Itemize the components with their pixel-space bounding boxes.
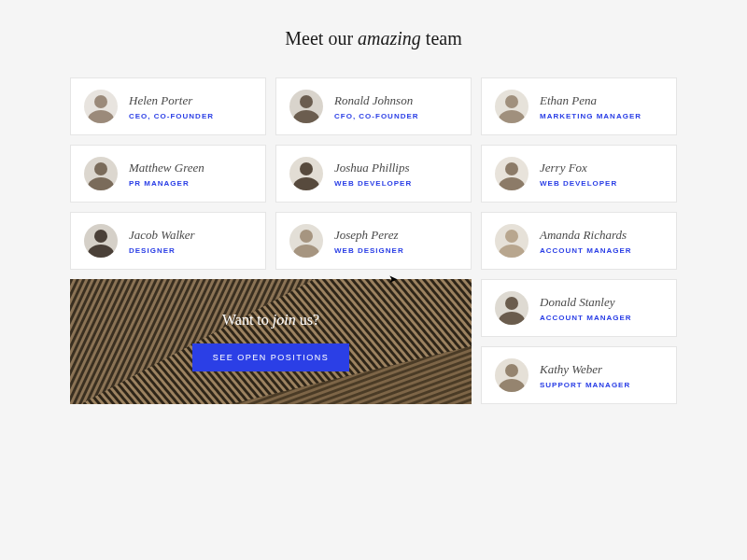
member-info: Ethan Pena MARKETING MANAGER [540,93,641,120]
avatar [84,90,118,123]
team-card[interactable]: Amanda Richards ACCOUNT MANAGER [481,212,677,270]
page-title: Meet our amazing team [70,28,677,49]
member-info: Donald Stanley ACCOUNT MANAGER [540,295,632,322]
member-info: Joshua Phillips WEB DEVELOPER [334,161,412,188]
team-card[interactable]: Joseph Perez WEB DESIGNER [275,212,472,270]
member-name: Donald Stanley [540,295,632,310]
avatar [495,358,529,392]
avatar [495,90,529,123]
member-name: Jerry Fox [540,161,617,175]
member-info: Helen Porter CEO, CO-FOUNDER [129,93,214,120]
see-open-positions-button[interactable]: SEE OPEN POSITIONS [192,343,350,371]
team-card[interactable]: Ethan Pena MARKETING MANAGER [481,77,677,135]
team-card[interactable]: Jacob Walker DESIGNER [70,212,266,270]
member-name: Matthew Green [129,161,204,175]
team-card[interactable]: Kathy Weber SUPPORT MANAGER [481,346,677,404]
avatar [289,90,323,123]
team-card[interactable]: Helen Porter CEO, CO-FOUNDER [70,77,266,135]
avatar [289,157,323,190]
member-name: Kathy Weber [540,362,630,377]
avatar [495,157,529,190]
title-suffix: team [421,28,462,49]
team-card[interactable]: Matthew Green PR MANAGER [70,145,266,203]
team-card[interactable]: Joshua Phillips WEB DEVELOPER [275,145,472,203]
title-prefix: Meet our [285,28,358,49]
avatar [289,224,323,258]
member-info: Ronald Johnson CFO, CO-FOUNDER [334,93,419,120]
member-info: Jacob Walker DESIGNER [129,228,195,255]
team-grid: Helen Porter CEO, CO-FOUNDER Ronald John… [70,77,677,404]
member-role: ACCOUNT MANAGER [540,314,632,322]
join-us-cta: Want to join us? SEE OPEN POSITIONS [70,279,472,404]
avatar [495,291,529,325]
team-card[interactable]: Jerry Fox WEB DEVELOPER [481,145,677,203]
avatar [495,224,529,258]
cta-background-pattern [70,279,472,404]
member-info: Matthew Green PR MANAGER [129,161,204,188]
cta-heading: Want to join us? [222,312,319,329]
member-name: Ronald Johnson [334,93,419,108]
member-name: Joshua Phillips [334,161,412,175]
member-info: Joseph Perez WEB DESIGNER [334,228,404,255]
member-role: CEO, CO-FOUNDER [129,112,214,120]
team-card[interactable]: Ronald Johnson CFO, CO-FOUNDER [275,77,472,135]
cta-suffix: us? [296,312,319,328]
member-name: Jacob Walker [129,228,195,243]
member-name: Ethan Pena [540,93,641,108]
avatar [84,157,118,190]
member-role: ACCOUNT MANAGER [540,246,632,255]
member-role: MARKETING MANAGER [540,112,641,120]
member-name: Helen Porter [129,93,214,108]
title-emphasis: amazing [358,28,421,49]
team-card[interactable]: Donald Stanley ACCOUNT MANAGER [481,279,677,337]
member-info: Kathy Weber SUPPORT MANAGER [540,362,630,389]
member-role: WEB DESIGNER [334,246,404,255]
cta-em: join [273,312,296,328]
member-role: WEB DEVELOPER [540,179,617,188]
cta-prefix: Want to [222,312,273,328]
member-role: PR MANAGER [129,179,204,188]
member-name: Amanda Richards [540,228,632,243]
member-role: DESIGNER [129,246,195,255]
avatar [84,224,118,258]
member-role: CFO, CO-FOUNDER [334,112,419,120]
member-role: WEB DEVELOPER [334,179,412,188]
member-info: Amanda Richards ACCOUNT MANAGER [540,228,632,255]
member-role: SUPPORT MANAGER [540,381,630,389]
member-name: Joseph Perez [334,228,404,243]
member-info: Jerry Fox WEB DEVELOPER [540,161,617,188]
